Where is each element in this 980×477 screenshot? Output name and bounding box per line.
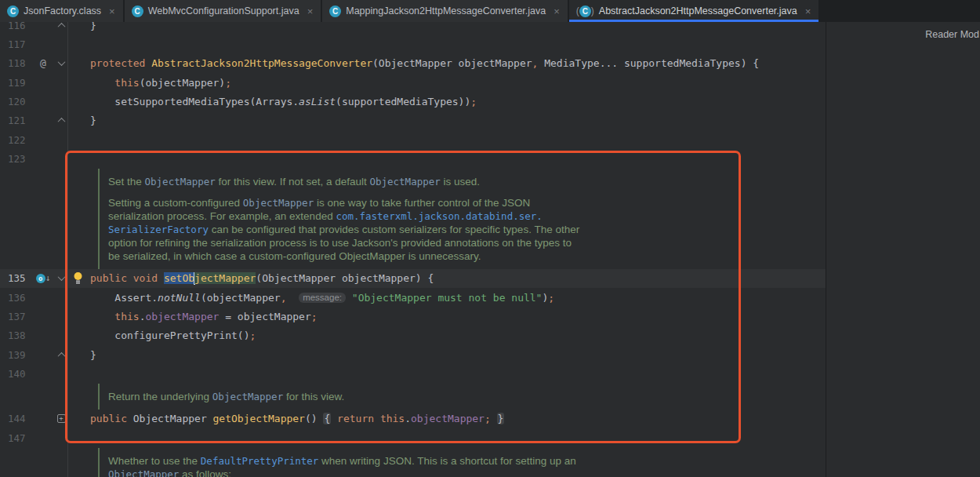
close-icon[interactable]: × [307, 5, 314, 17]
code-token [90, 77, 114, 89]
doc-paragraph: Whether to use the DefaultPrettyPrinter … [108, 454, 826, 477]
fold-collapse-icon[interactable] [57, 58, 65, 66]
gutter-mark-column: @ [33, 57, 53, 69]
decompiled-class-icon: C [579, 5, 591, 17]
code-token: protected [90, 57, 151, 69]
line-number: 123 [0, 153, 33, 165]
doc-text: as follows: [179, 468, 231, 477]
line-number: 140 [0, 368, 33, 380]
editor-line-119[interactable]: 119 this(objectMapper); [0, 73, 826, 92]
gutter-fold-column [53, 118, 69, 123]
decompiled-class-icon-wrap: (C) [576, 5, 594, 17]
line-number: 121 [0, 115, 33, 126]
code-token: AbstractJackson2HttpMessageConverter [151, 57, 372, 69]
line-number: 120 [0, 96, 33, 107]
close-icon[interactable]: × [109, 5, 115, 17]
line-number: 118 [0, 57, 33, 69]
class-icon: C [132, 5, 143, 17]
reader-mode-label[interactable]: Reader Mod [925, 29, 979, 40]
code-token: this [114, 77, 139, 89]
down-arrow-icon: ↓ [45, 273, 51, 283]
editor-line-118[interactable]: 118@protected AbstractJackson2HttpMessag… [0, 54, 826, 73]
editor-tab-bar: CJsonFactory.class×CWebMvcConfigurationS… [0, 0, 980, 22]
rendered-doc-comment: Whether to use the DefaultPrettyPrinter … [98, 448, 826, 477]
tab-AbstractJackson2HttpMessageConverter.java[interactable]: (C)AbstractJackson2HttpMessageConverter.… [569, 0, 819, 22]
doc-text: Whether to use the [108, 455, 201, 467]
doc-code-ref: ObjectMapper [108, 468, 179, 477]
editor-line-120[interactable]: 120 setSupportedMediaTypes(Arrays.asList… [0, 92, 826, 111]
code-line: protected AbstractJackson2HttpMessageCon… [90, 57, 759, 69]
code-token: asList [299, 96, 336, 107]
line-number: 119 [0, 77, 33, 89]
close-icon[interactable]: × [805, 5, 811, 17]
code-token: ; [225, 77, 231, 89]
close-icon[interactable]: × [554, 5, 560, 17]
line-number: 138 [0, 330, 33, 341]
line-number: 122 [0, 134, 33, 146]
doc-text: when writing JSON. This is a shortcut fo… [318, 455, 575, 467]
fold-collapse-icon[interactable] [57, 274, 65, 282]
editor-line-121[interactable]: 121} [0, 111, 826, 130]
doc-line: ObjectMapper as follows: [108, 468, 826, 477]
ide-window: 116}117118@protected AbstractJackson2Htt… [0, 0, 980, 477]
line-number: 135 [0, 272, 33, 284]
annotation-gutter-icon[interactable]: @ [40, 57, 46, 69]
right-panel: Reader Mod [826, 22, 980, 477]
editor-line-117[interactable]: 117 [0, 35, 826, 53]
code-token: MediaType... supportedMediaTypes) { [538, 57, 759, 69]
line-number: 117 [0, 38, 33, 50]
paren-decoration: ) [591, 5, 594, 16]
gutter-fold-column [53, 23, 69, 28]
code-token: ; [470, 96, 477, 107]
code-token: setSupportedMediaTypes(Arrays. [90, 96, 299, 107]
tab-label: WebMvcConfigurationSupport.java [148, 5, 299, 16]
code-line: setSupportedMediaTypes(Arrays.asList(sup… [90, 96, 477, 107]
code-line: this(objectMapper); [90, 77, 231, 89]
override-circle-icon: o [36, 274, 45, 283]
fold-end-icon[interactable] [57, 118, 65, 126]
line-number: 144 [0, 413, 33, 424]
fold-end-icon[interactable] [57, 23, 65, 31]
class-icon: C [7, 5, 19, 17]
code-token: } [90, 115, 96, 126]
line-number: 137 [0, 311, 33, 322]
line-number: 136 [0, 292, 33, 304]
doc-link[interactable]: DefaultPrettyPrinter [201, 455, 319, 467]
tab-label: AbstractJackson2HttpMessageConverter.jav… [599, 5, 797, 16]
code-token: (ObjectMapper objectMapper [372, 57, 532, 69]
code-line: } [90, 115, 96, 126]
fold-end-icon[interactable] [57, 352, 65, 360]
annotation-box [65, 151, 741, 443]
tab-WebMvcConfigurationSupport.java[interactable]: CWebMvcConfigurationSupport.java× [125, 0, 321, 22]
class-icon: C [329, 5, 341, 17]
tab-JsonFactory.class[interactable]: CJsonFactory.class× [0, 0, 123, 22]
line-number: 147 [0, 432, 33, 444]
overridden-method-icon[interactable]: o↓ [36, 273, 51, 283]
code-token: (supportedMediaTypes)) [336, 96, 470, 107]
gutter-fold-column [53, 60, 69, 66]
code-token: (objectMapper) [140, 77, 226, 89]
doc-line: Whether to use the DefaultPrettyPrinter … [108, 454, 826, 468]
tab-label: MappingJackson2HttpMessageConverter.java [346, 5, 546, 16]
fold-expand-icon[interactable]: + [57, 414, 66, 423]
gutter-mark-column: o↓ [33, 273, 53, 283]
line-number: 139 [0, 349, 33, 361]
editor-line-122[interactable]: 122 [0, 130, 826, 149]
tab-MappingJackson2HttpMessageConverter.java[interactable]: CMappingJackson2HttpMessageConverter.jav… [322, 0, 568, 22]
tab-label: JsonFactory.class [24, 5, 101, 16]
